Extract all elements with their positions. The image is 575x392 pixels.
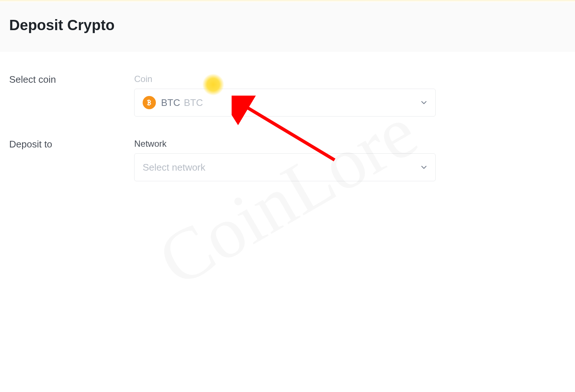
chevron-down-icon bbox=[421, 99, 426, 106]
network-placeholder: Select network bbox=[143, 162, 206, 173]
network-select-dropdown[interactable]: Select network bbox=[134, 153, 436, 181]
page-title: Deposit Crypto bbox=[9, 17, 566, 33]
network-control: Network Select network bbox=[134, 139, 436, 181]
deposit-to-row: Deposit to Network Select network bbox=[9, 139, 566, 181]
chevron-down-icon bbox=[421, 164, 426, 171]
select-coin-row: Select coin Coin BTC BTC bbox=[9, 74, 566, 117]
coin-symbol: BTC bbox=[161, 97, 180, 108]
bitcoin-icon bbox=[143, 96, 156, 109]
content-area: Select coin Coin BTC BTC Deposit to bbox=[0, 52, 575, 225]
coin-field-label: Coin bbox=[134, 74, 436, 84]
coin-name: BTC bbox=[184, 97, 203, 108]
coin-select-dropdown[interactable]: BTC BTC bbox=[134, 89, 436, 117]
deposit-to-label: Deposit to bbox=[9, 139, 134, 181]
header-section: Deposit Crypto bbox=[0, 2, 575, 52]
select-coin-label: Select coin bbox=[9, 74, 134, 117]
network-field-label: Network bbox=[134, 139, 436, 149]
coin-control: Coin BTC BTC bbox=[134, 74, 436, 117]
